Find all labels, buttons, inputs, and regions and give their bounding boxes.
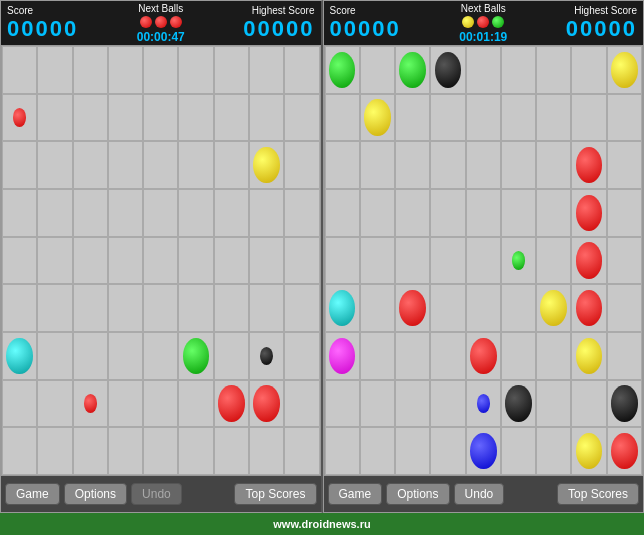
- grid-cell[interactable]: [571, 141, 606, 189]
- grid-cell[interactable]: [325, 332, 360, 380]
- grid-cell[interactable]: [37, 427, 72, 475]
- grid-cell[interactable]: [501, 284, 536, 332]
- grid-cell[interactable]: [178, 237, 213, 285]
- grid-cell[interactable]: [430, 284, 465, 332]
- grid-cell[interactable]: [466, 237, 501, 285]
- grid-cell[interactable]: [214, 332, 249, 380]
- grid-cell[interactable]: [284, 284, 319, 332]
- grid-cell[interactable]: [536, 141, 571, 189]
- grid-cell[interactable]: [108, 141, 143, 189]
- grid-cell[interactable]: [536, 284, 571, 332]
- grid-cell[interactable]: [430, 332, 465, 380]
- grid-cell[interactable]: [2, 380, 37, 428]
- grid-cell[interactable]: [360, 141, 395, 189]
- grid-cell[interactable]: [571, 284, 606, 332]
- grid-cell[interactable]: [430, 141, 465, 189]
- grid-cell[interactable]: [2, 332, 37, 380]
- grid-cell[interactable]: [607, 141, 642, 189]
- grid-cell[interactable]: [108, 427, 143, 475]
- grid-cell[interactable]: [249, 284, 284, 332]
- grid-cell[interactable]: [284, 94, 319, 142]
- grid-cell[interactable]: [430, 46, 465, 94]
- grid-cell[interactable]: [108, 189, 143, 237]
- grid-cell[interactable]: [325, 94, 360, 142]
- grid-cell[interactable]: [360, 189, 395, 237]
- grid-cell[interactable]: [536, 237, 571, 285]
- grid-cell[interactable]: [37, 94, 72, 142]
- grid-cell[interactable]: [73, 237, 108, 285]
- grid-cell[interactable]: [108, 94, 143, 142]
- grid-cell[interactable]: [214, 46, 249, 94]
- grid-cell[interactable]: [395, 284, 430, 332]
- grid-cell[interactable]: [360, 94, 395, 142]
- grid-cell[interactable]: [607, 427, 642, 475]
- grid-cell[interactable]: [37, 332, 72, 380]
- grid-cell[interactable]: [395, 94, 430, 142]
- grid-cell[interactable]: [571, 189, 606, 237]
- grid-cell[interactable]: [501, 332, 536, 380]
- grid-cell[interactable]: [37, 380, 72, 428]
- grid-cell[interactable]: [73, 427, 108, 475]
- grid-cell[interactable]: [214, 284, 249, 332]
- grid-cell[interactable]: [2, 94, 37, 142]
- grid-cell[interactable]: [143, 141, 178, 189]
- grid-cell[interactable]: [2, 46, 37, 94]
- grid-cell[interactable]: [325, 237, 360, 285]
- grid-cell[interactable]: [395, 332, 430, 380]
- grid-cell[interactable]: [214, 380, 249, 428]
- left-options-button[interactable]: Options: [64, 483, 127, 505]
- grid-cell[interactable]: [37, 46, 72, 94]
- grid-cell[interactable]: [143, 189, 178, 237]
- grid-cell[interactable]: [2, 284, 37, 332]
- grid-cell[interactable]: [284, 141, 319, 189]
- grid-cell[interactable]: [360, 237, 395, 285]
- grid-cell[interactable]: [108, 46, 143, 94]
- grid-cell[interactable]: [607, 380, 642, 428]
- grid-cell[interactable]: [430, 94, 465, 142]
- grid-cell[interactable]: [37, 284, 72, 332]
- grid-cell[interactable]: [178, 332, 213, 380]
- grid-cell[interactable]: [360, 427, 395, 475]
- grid-cell[interactable]: [214, 189, 249, 237]
- grid-cell[interactable]: [325, 46, 360, 94]
- grid-cell[interactable]: [249, 380, 284, 428]
- grid-cell[interactable]: [466, 332, 501, 380]
- grid-cell[interactable]: [536, 427, 571, 475]
- grid-cell[interactable]: [360, 284, 395, 332]
- grid-cell[interactable]: [395, 237, 430, 285]
- grid-cell[interactable]: [360, 46, 395, 94]
- grid-cell[interactable]: [607, 332, 642, 380]
- grid-cell[interactable]: [325, 427, 360, 475]
- grid-cell[interactable]: [571, 427, 606, 475]
- grid-cell[interactable]: [395, 141, 430, 189]
- grid-cell[interactable]: [249, 46, 284, 94]
- grid-cell[interactable]: [284, 380, 319, 428]
- grid-cell[interactable]: [214, 237, 249, 285]
- grid-cell[interactable]: [501, 427, 536, 475]
- grid-cell[interactable]: [108, 380, 143, 428]
- grid-cell[interactable]: [108, 237, 143, 285]
- grid-cell[interactable]: [73, 332, 108, 380]
- right-options-button[interactable]: Options: [386, 483, 449, 505]
- grid-cell[interactable]: [2, 141, 37, 189]
- grid-cell[interactable]: [249, 94, 284, 142]
- grid-cell[interactable]: [249, 427, 284, 475]
- grid-cell[interactable]: [73, 141, 108, 189]
- grid-cell[interactable]: [536, 94, 571, 142]
- right-undo-button[interactable]: Undo: [454, 483, 505, 505]
- grid-cell[interactable]: [466, 94, 501, 142]
- grid-cell[interactable]: [143, 332, 178, 380]
- grid-cell[interactable]: [395, 427, 430, 475]
- grid-cell[interactable]: [360, 332, 395, 380]
- grid-cell[interactable]: [143, 46, 178, 94]
- left-top-scores-button[interactable]: Top Scores: [234, 483, 316, 505]
- left-grid[interactable]: [1, 45, 321, 476]
- grid-cell[interactable]: [395, 46, 430, 94]
- grid-cell[interactable]: [178, 141, 213, 189]
- grid-cell[interactable]: [73, 94, 108, 142]
- grid-cell[interactable]: [571, 237, 606, 285]
- grid-cell[interactable]: [249, 332, 284, 380]
- grid-cell[interactable]: [466, 189, 501, 237]
- grid-cell[interactable]: [284, 46, 319, 94]
- grid-cell[interactable]: [178, 380, 213, 428]
